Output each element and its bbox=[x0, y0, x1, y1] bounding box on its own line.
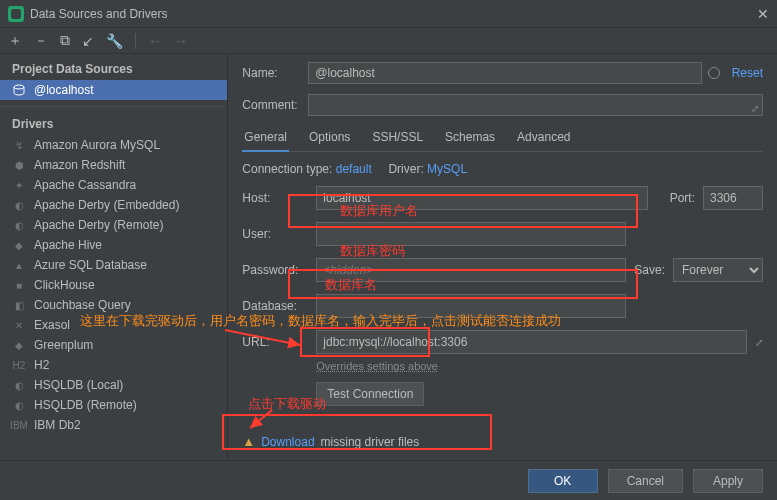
driver-item[interactable]: ◐Apache Derby (Remote) bbox=[0, 215, 227, 235]
driver-item[interactable]: ◐Apache Derby (Embedded) bbox=[0, 195, 227, 215]
driver-icon: ◆ bbox=[12, 238, 26, 252]
driver-icon: ◐ bbox=[12, 378, 26, 392]
tab-general[interactable]: General bbox=[242, 126, 289, 152]
url-expand-icon[interactable]: ⤢ bbox=[755, 337, 763, 348]
driver-label: Apache Derby (Remote) bbox=[34, 218, 163, 232]
svg-rect-1 bbox=[11, 9, 21, 19]
driver-item[interactable]: ✦Apache Cassandra bbox=[0, 175, 227, 195]
separator bbox=[135, 33, 136, 49]
port-label: Port: bbox=[670, 191, 695, 205]
host-label: Host: bbox=[242, 191, 308, 205]
forward-icon[interactable]: → bbox=[174, 33, 188, 49]
reset-link[interactable]: Reset bbox=[732, 66, 763, 80]
driver-label: ClickHouse bbox=[34, 278, 95, 292]
user-input[interactable] bbox=[316, 222, 626, 246]
svg-point-2 bbox=[14, 85, 24, 89]
make-global-icon[interactable]: ↙ bbox=[82, 33, 94, 49]
driver-label: Apache Derby (Embedded) bbox=[34, 198, 179, 212]
driver-item[interactable]: ◐HSQLDB (Local) bbox=[0, 375, 227, 395]
driver-icon: ◧ bbox=[12, 298, 26, 312]
driver-label: H2 bbox=[34, 358, 49, 372]
database-label: Database: bbox=[242, 299, 308, 313]
app-icon bbox=[8, 6, 24, 22]
save-select[interactable]: Forever bbox=[673, 258, 763, 282]
driver-icon: ◐ bbox=[12, 218, 26, 232]
remove-button[interactable]: － bbox=[34, 32, 48, 50]
host-input[interactable] bbox=[316, 186, 647, 210]
ok-button[interactable]: OK bbox=[528, 469, 598, 493]
driver-item[interactable]: H2H2 bbox=[0, 355, 227, 375]
tab-advanced[interactable]: Advanced bbox=[515, 126, 572, 151]
cancel-button[interactable]: Cancel bbox=[608, 469, 683, 493]
datasource-icon bbox=[12, 83, 26, 97]
tab-ssh-ssl[interactable]: SSH/SSL bbox=[370, 126, 425, 151]
driver-icon: H2 bbox=[12, 358, 26, 372]
driver-icon: ◆ bbox=[12, 338, 26, 352]
database-input[interactable] bbox=[316, 294, 626, 318]
port-input[interactable] bbox=[703, 186, 763, 210]
driver-item[interactable]: ◧Couchbase Query bbox=[0, 295, 227, 315]
driver-icon: ▲ bbox=[12, 258, 26, 272]
driver-icon: ⬢ bbox=[12, 158, 26, 172]
driver-icon: ↯ bbox=[12, 138, 26, 152]
override-text: Overrides settings above bbox=[316, 360, 763, 372]
datasource-item[interactable]: @localhost bbox=[0, 80, 227, 100]
driver-label: Azure SQL Database bbox=[34, 258, 147, 272]
warning-icon: ▲ bbox=[242, 434, 255, 449]
driver-label: Amazon Redshift bbox=[34, 158, 125, 172]
driver-label: Apache Hive bbox=[34, 238, 102, 252]
driver-icon: ◐ bbox=[12, 198, 26, 212]
driver-item[interactable]: ■ClickHouse bbox=[0, 275, 227, 295]
driver-item[interactable]: ↯Amazon Aurora MySQL bbox=[0, 135, 227, 155]
driver-label: Driver: bbox=[388, 162, 423, 176]
driver-label: IBM Db2 bbox=[34, 418, 81, 432]
driver-label: Greenplum bbox=[34, 338, 93, 352]
close-icon[interactable]: ✕ bbox=[757, 6, 769, 22]
save-label: Save: bbox=[634, 263, 665, 277]
driver-label: HSQLDB (Local) bbox=[34, 378, 123, 392]
driver-label: Amazon Aurora MySQL bbox=[34, 138, 160, 152]
comment-input[interactable] bbox=[308, 94, 763, 116]
driver-icon: IBM bbox=[12, 418, 26, 432]
name-input[interactable] bbox=[308, 62, 701, 84]
password-input[interactable] bbox=[316, 258, 626, 282]
color-picker-icon[interactable] bbox=[708, 67, 720, 79]
connection-type-label: Connection type: bbox=[242, 162, 332, 176]
driver-label: Apache Cassandra bbox=[34, 178, 136, 192]
add-button[interactable]: ＋ bbox=[8, 32, 22, 50]
driver-icon: ◐ bbox=[12, 398, 26, 412]
driver-item[interactable]: ▲Azure SQL Database bbox=[0, 255, 227, 275]
download-link[interactable]: Download bbox=[261, 435, 314, 449]
copy-button[interactable]: ⧉ bbox=[60, 32, 70, 49]
driver-label: HSQLDB (Remote) bbox=[34, 398, 137, 412]
apply-button[interactable]: Apply bbox=[693, 469, 763, 493]
project-data-sources-header: Project Data Sources bbox=[0, 54, 227, 80]
test-connection-button[interactable]: Test Connection bbox=[316, 382, 424, 406]
driver-label: Couchbase Query bbox=[34, 298, 131, 312]
back-icon[interactable]: ← bbox=[148, 33, 162, 49]
tab-options[interactable]: Options bbox=[307, 126, 352, 151]
driver-item[interactable]: ✕Exasol bbox=[0, 315, 227, 335]
connection-type-link[interactable]: default bbox=[336, 162, 372, 176]
download-text: missing driver files bbox=[321, 435, 420, 449]
driver-icon: ✕ bbox=[12, 318, 26, 332]
tab-schemas[interactable]: Schemas bbox=[443, 126, 497, 151]
driver-icon: ✦ bbox=[12, 178, 26, 192]
driver-link[interactable]: MySQL bbox=[427, 162, 467, 176]
drivers-header: Drivers bbox=[0, 106, 227, 135]
driver-item[interactable]: ◆Apache Hive bbox=[0, 235, 227, 255]
expand-icon[interactable]: ⤢ bbox=[751, 103, 759, 114]
driver-item[interactable]: IBMIBM Db2 bbox=[0, 415, 227, 435]
settings-icon[interactable]: 🔧 bbox=[106, 33, 123, 49]
user-label: User: bbox=[242, 227, 308, 241]
datasource-label: @localhost bbox=[34, 83, 94, 97]
url-input[interactable] bbox=[316, 330, 747, 354]
url-label: URL: bbox=[242, 335, 308, 349]
driver-item[interactable]: ⬢Amazon Redshift bbox=[0, 155, 227, 175]
driver-item[interactable]: ◆Greenplum bbox=[0, 335, 227, 355]
window-title: Data Sources and Drivers bbox=[30, 7, 757, 21]
password-label: Password: bbox=[242, 263, 308, 277]
driver-icon: ■ bbox=[12, 278, 26, 292]
driver-item[interactable]: ◐HSQLDB (Remote) bbox=[0, 395, 227, 415]
comment-label: Comment: bbox=[242, 98, 308, 112]
